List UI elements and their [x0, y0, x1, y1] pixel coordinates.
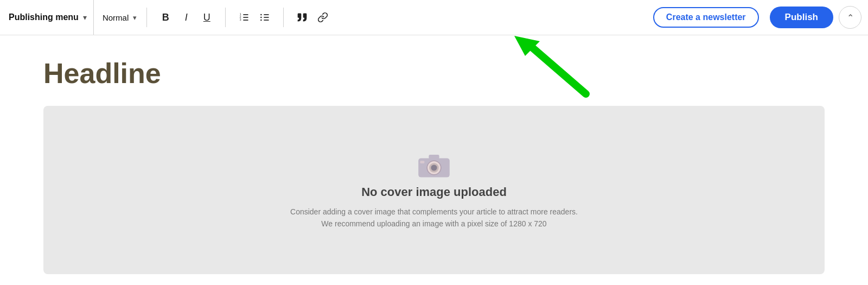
ordered-list-button[interactable]: 1 2 3 [234, 8, 254, 27]
create-newsletter-button[interactable]: Create a newsletter [653, 7, 759, 28]
unordered-list-button[interactable] [255, 8, 275, 27]
svg-point-15 [431, 164, 437, 170]
collapse-button[interactable]: ⌃ [839, 6, 861, 29]
chevron-down-icon: ▾ [83, 13, 87, 22]
svg-point-11 [260, 20, 262, 21]
svg-rect-16 [429, 155, 439, 159]
content-area: Headline No cover image uploaded Conside… [0, 35, 868, 274]
cover-image-placeholder[interactable]: No cover image uploaded Consider adding … [43, 106, 825, 274]
link-button[interactable] [313, 8, 333, 27]
quote-button[interactable] [292, 8, 312, 27]
format-select-label: Normal [103, 13, 129, 22]
format-chevron-icon: ▾ [133, 14, 137, 22]
bold-button[interactable]: B [156, 8, 175, 27]
quote-link-buttons-group [288, 8, 337, 27]
list-buttons-group: 1 2 3 [230, 8, 279, 27]
svg-rect-17 [420, 161, 424, 163]
svg-text:3: 3 [240, 18, 241, 21]
toolbar: Publishing menu ▾ Normal ▾ B I U 1 2 3 [0, 0, 868, 35]
toolbar-separator-3 [283, 8, 284, 27]
cover-subtitle-line2: We recommend uploading an image with a p… [290, 218, 578, 230]
svg-point-10 [260, 17, 262, 18]
newsletter-btn-label: Create a newsletter [666, 12, 746, 22]
cover-subtitle-line1: Consider adding a cover image that compl… [290, 206, 578, 218]
publish-btn-label: Publish [785, 12, 818, 23]
underline-button[interactable]: U [197, 8, 216, 27]
svg-point-9 [260, 14, 262, 16]
no-cover-title: No cover image uploaded [361, 185, 507, 199]
no-cover-subtitle: Consider adding a cover image that compl… [290, 206, 578, 230]
publish-button[interactable]: Publish [770, 7, 833, 28]
headline[interactable]: Headline [43, 57, 825, 90]
format-buttons-group: B I U [151, 8, 221, 27]
italic-button[interactable]: I [176, 8, 196, 27]
camera-icon [417, 150, 451, 179]
publishing-menu[interactable]: Publishing menu ▾ [7, 0, 94, 35]
format-select[interactable]: Normal ▾ [94, 0, 142, 35]
toolbar-separator-1 [146, 8, 147, 27]
chevron-up-icon: ⌃ [847, 12, 854, 23]
toolbar-separator-2 [225, 8, 226, 27]
publishing-menu-label: Publishing menu [9, 12, 79, 22]
